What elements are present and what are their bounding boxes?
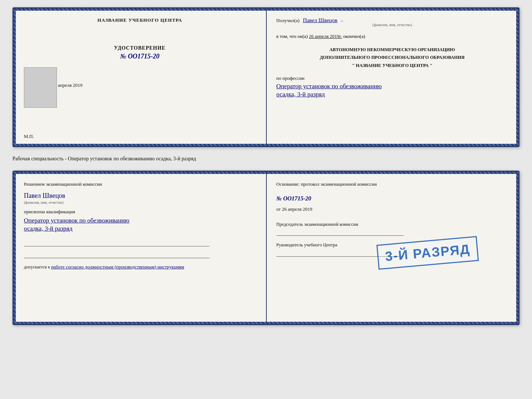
org-line2: ДОПОЛНИТЕЛЬНОГО ПРОФЕССИОНАЛЬНОГО ОБРАЗО… xyxy=(276,54,508,61)
top-document: НАЗВАНИЕ УЧЕБНОГО ЦЕНТРА УДОСТОВЕРЕНИЕ №… xyxy=(12,7,520,147)
name-sublabel-top: (фамилия, имя, отчество) xyxy=(276,23,508,27)
stamp: 3-й разряд xyxy=(376,236,479,270)
bottom-document: Решением экзаменационной комиссии Павел … xyxy=(12,171,520,325)
org-line3: " НАЗВАНИЕ УЧЕБНОГО ЦЕНТРА " xyxy=(276,62,508,70)
profession-hw-line2: осадка, 3-й разряд xyxy=(276,91,508,98)
recipient-name: Павел Швецов xyxy=(303,17,337,23)
signature-lines xyxy=(24,238,256,258)
profession-label: по профессии xyxy=(276,75,508,81)
top-doc-left: НАЗВАНИЕ УЧЕБНОГО ЦЕНТРА УДОСТОВЕРЕНИЕ №… xyxy=(14,8,266,146)
assigned-label: присвоена квалификация xyxy=(24,209,256,215)
mp-label: М.П. xyxy=(24,133,34,139)
protocol-date: от 26 апреля 2019 xyxy=(276,206,508,212)
completion-date: 26 апреля 2019г. xyxy=(309,33,342,39)
dated-line: в том, что он(а) 26 апреля 2019г. окончи… xyxy=(276,33,508,39)
received-prefix: Получил(а) xyxy=(276,18,299,23)
cert-center: УДОСТОВЕРЕНИЕ № OO1715-20 xyxy=(24,45,256,60)
protocol-number: № OO1715-20 xyxy=(276,195,508,202)
date-value: 26 апреля 2019 xyxy=(282,206,312,212)
document-wrapper: НАЗВАНИЕ УЧЕБНОГО ЦЕНТРА УДОСТОВЕРЕНИЕ №… xyxy=(12,7,520,325)
chairman-sig-line xyxy=(276,228,404,236)
decision-text: Решением экзаменационной комиссии xyxy=(24,181,256,188)
org-line1: АВТОНОМНУЮ НЕКОММЕРЧЕСКУЮ ОРГАНИЗАЦИЮ xyxy=(276,46,508,54)
chairman-block: Председатель экзаменационной комиссии xyxy=(276,221,508,236)
org-block: АВТОНОМНУЮ НЕКОММЕРЧЕСКУЮ ОРГАНИЗАЦИЮ ДО… xyxy=(276,46,508,70)
date-prefix: от xyxy=(276,206,281,212)
in-that-prefix: в том, что он(а) xyxy=(276,33,308,39)
top-left-title: НАЗВАНИЕ УЧЕБНОГО ЦЕНТРА xyxy=(24,17,256,23)
bottom-hw-name: Павел Швецов xyxy=(24,192,256,200)
separator-text: Рабочая специальность - Оператор установ… xyxy=(12,154,520,164)
bottom-name-sublabel: (фамилия, имя, отчество) xyxy=(24,200,256,204)
finished-label: окончил(а) xyxy=(343,33,365,39)
chairman-label: Председатель экзаменационной комиссии xyxy=(276,221,508,228)
profession-hw-line1: Оператор установок по обезвоживанию xyxy=(276,83,508,90)
photo-placeholder xyxy=(24,67,57,108)
sig-line-2 xyxy=(24,250,209,258)
basis-heading: Основание: протокол экзаменационной коми… xyxy=(276,181,508,188)
dash: – xyxy=(341,18,343,23)
cert-issued: Выдано 26 апреля 2019 xyxy=(24,82,256,88)
допускается-block: допускается к работе согласно должностны… xyxy=(24,264,256,270)
bottom-doc-left: Решением экзаменационной комиссии Павел … xyxy=(14,172,266,324)
cert-number: № OO1715-20 xyxy=(24,53,256,60)
top-doc-right: Получил(а) Павел Швецов – (фамилия, имя,… xyxy=(266,8,518,146)
cert-title: УДОСТОВЕРЕНИЕ xyxy=(24,45,256,51)
qualification-line1: Оператор установок по обезвоживанию xyxy=(24,217,256,224)
qualification-line2: осадка, 3-й разряд xyxy=(24,225,256,232)
received-line: Получил(а) Павел Швецов – (фамилия, имя,… xyxy=(276,17,508,27)
bottom-doc-right: Основание: протокол экзаменационной коми… xyxy=(266,172,518,324)
допускается-text: работе согласно должностным (производств… xyxy=(51,264,184,270)
sig-line-1 xyxy=(24,238,209,246)
допускается-prefix: допускается к xyxy=(24,264,50,270)
